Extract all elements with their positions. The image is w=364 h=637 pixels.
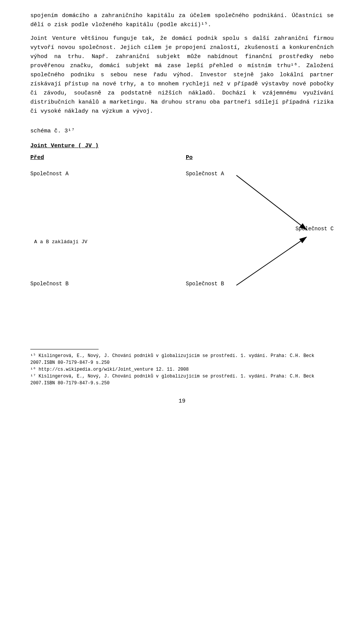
after-header: Po	[186, 154, 334, 161]
jv-before-column: Před Společnost A A a B zakládají JV Spo…	[30, 154, 182, 326]
footnote-separator	[30, 349, 99, 349]
before-diagram: Společnost A A a B zakládají JV Společno…	[30, 167, 178, 326]
jv-columns: Před Společnost A A a B zakládají JV Spo…	[30, 154, 334, 326]
paragraph-2: Joint Venture většinou funguje tak, že d…	[30, 34, 334, 116]
ab-label: A a B zakládají JV	[34, 239, 87, 245]
schema-label: schéma č. 3¹⁷	[30, 127, 334, 136]
page: spojením domácího a zahraničního kapitál…	[0, 0, 364, 637]
page-number: 19	[30, 398, 334, 404]
footnotes: ¹⁵ Kislingerová, E., Nový, J. Chování po…	[30, 352, 334, 387]
svg-line-2	[236, 237, 306, 285]
jv-diagram: Joint Venture ( JV ) Před Společnost A A…	[30, 143, 334, 326]
after-diagram: Společnost A Společnost B Společnost C	[186, 167, 334, 326]
svg-line-1	[236, 175, 306, 230]
footnote-17: ¹⁷ Kislingerová, E., Nový, J. Chování po…	[30, 373, 334, 387]
company-a-before: Společnost A	[30, 171, 69, 177]
paragraph-1: spojením domácího a zahraničního kapitál…	[30, 11, 334, 30]
jv-after-column: Po Společnost A Společnost B Společnost …	[182, 154, 334, 326]
arrows-svg	[186, 167, 334, 326]
jv-title: Joint Venture ( JV )	[30, 143, 99, 149]
before-header: Před	[30, 154, 178, 161]
footnote-15: ¹⁵ Kislingerová, E., Nový, J. Chování po…	[30, 352, 334, 366]
footnote-16: ¹⁶ http://cs.wikipedia.org/wiki/Joint_ve…	[30, 366, 334, 373]
company-b-before: Společnost B	[30, 281, 69, 287]
